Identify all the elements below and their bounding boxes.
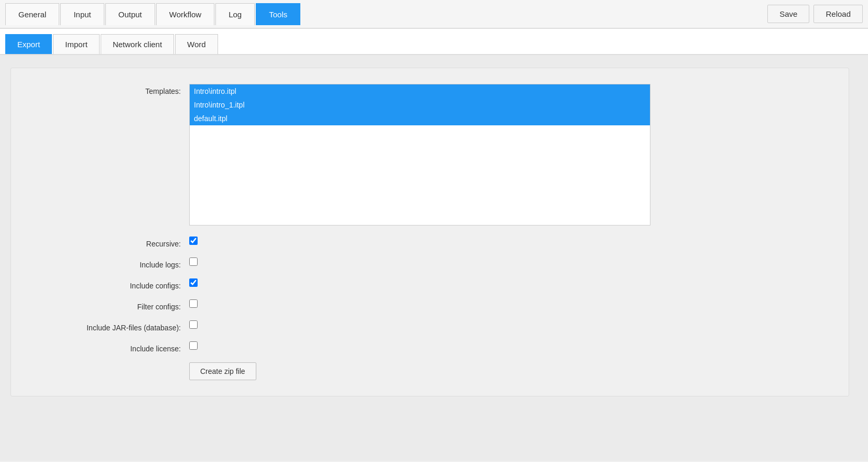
top-tab-bar: General Input Output Workflow Log Tools …	[0, 0, 868, 29]
top-tabs: General Input Output Workflow Log Tools	[5, 3, 767, 25]
tab-workflow[interactable]: Workflow	[156, 3, 214, 25]
include-license-checkbox[interactable]	[189, 341, 198, 350]
include-jar-control	[189, 320, 661, 329]
include-jar-checkbox[interactable]	[189, 320, 198, 329]
filter-configs-checkbox[interactable]	[189, 299, 198, 308]
include-logs-checkbox[interactable]	[189, 257, 198, 266]
sub-tab-network-client[interactable]: Network client	[101, 34, 174, 54]
sub-tab-word[interactable]: Word	[175, 34, 218, 54]
include-configs-row: Include configs:	[21, 278, 838, 290]
top-bar-actions: Save Reload	[767, 5, 863, 23]
recursive-checkbox[interactable]	[189, 237, 198, 245]
filter-configs-label: Filter configs:	[21, 299, 189, 311]
include-configs-label: Include configs:	[21, 278, 189, 290]
tab-output[interactable]: Output	[105, 3, 155, 25]
filter-configs-row: Filter configs:	[21, 299, 838, 311]
include-logs-row: Include logs:	[21, 257, 838, 269]
sub-tab-bar: Export Import Network client Word	[0, 29, 868, 55]
create-zip-button[interactable]: Create zip file	[189, 362, 256, 380]
template-item-1[interactable]: Intro\intro_1.itpl	[190, 98, 650, 112]
include-configs-checkbox[interactable]	[189, 278, 198, 287]
template-list[interactable]: Intro\intro.itpl Intro\intro_1.itpl defa…	[189, 84, 650, 225]
templates-control: Intro\intro.itpl Intro\intro_1.itpl defa…	[189, 84, 661, 227]
tab-log[interactable]: Log	[215, 3, 255, 25]
templates-label: Templates:	[21, 84, 189, 95]
main-content: Templates: Intro\intro.itpl Intro\intro_…	[0, 55, 868, 461]
reload-button[interactable]: Reload	[813, 5, 863, 23]
template-list-wrapper: Intro\intro.itpl Intro\intro_1.itpl defa…	[189, 84, 650, 225]
create-zip-label-spacer	[21, 362, 189, 366]
include-logs-control	[189, 257, 661, 266]
tab-general[interactable]: General	[5, 3, 59, 25]
sub-tab-import[interactable]: Import	[53, 34, 100, 54]
form-section: Templates: Intro\intro.itpl Intro\intro_…	[21, 84, 838, 380]
recursive-label: Recursive:	[21, 237, 189, 248]
include-license-label: Include license:	[21, 341, 189, 353]
recursive-control	[189, 237, 661, 245]
include-jar-row: Include JAR-files (database):	[21, 320, 838, 332]
include-logs-label: Include logs:	[21, 257, 189, 269]
save-button[interactable]: Save	[767, 5, 809, 23]
templates-row: Templates: Intro\intro.itpl Intro\intro_…	[21, 84, 838, 227]
create-zip-row: Create zip file	[21, 362, 838, 380]
template-item-0[interactable]: Intro\intro.itpl	[190, 84, 650, 98]
include-jar-label: Include JAR-files (database):	[21, 320, 189, 332]
content-panel: Templates: Intro\intro.itpl Intro\intro_…	[10, 68, 849, 396]
create-zip-control: Create zip file	[189, 362, 661, 380]
recursive-row: Recursive:	[21, 237, 838, 248]
include-license-control	[189, 341, 661, 350]
include-license-row: Include license:	[21, 341, 838, 353]
sub-tab-export[interactable]: Export	[5, 34, 52, 54]
include-configs-control	[189, 278, 661, 287]
filter-configs-control	[189, 299, 661, 308]
tab-tools[interactable]: Tools	[256, 3, 300, 25]
template-item-2[interactable]: default.itpl	[190, 112, 650, 125]
tab-input[interactable]: Input	[60, 3, 104, 25]
